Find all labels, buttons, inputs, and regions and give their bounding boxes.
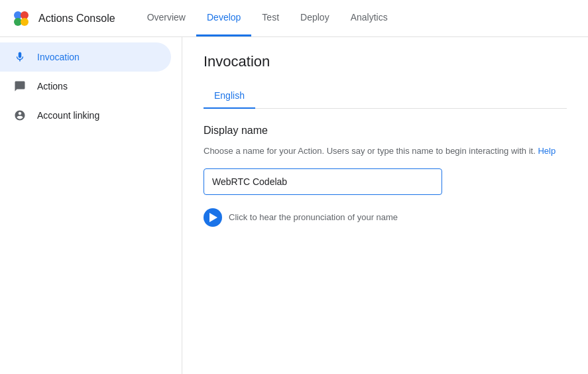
section-desc-text: Choose a name for your Action. Users say…	[204, 146, 536, 156]
play-pronunciation-row: Click to hear the pronunciation of your …	[204, 208, 567, 227]
sidebar-item-account-linking[interactable]: Account linking	[0, 101, 171, 130]
google-assistant-logo	[11, 8, 32, 29]
sidebar: Invocation Actions Account linking	[0, 37, 182, 374]
play-icon	[209, 213, 217, 222]
help-link[interactable]: Help	[538, 146, 556, 156]
tab-overview[interactable]: Overview	[137, 0, 196, 36]
language-tabs: English	[204, 84, 567, 109]
sidebar-item-actions[interactable]: Actions	[0, 72, 171, 101]
main-content: Invocation English Display name Choose a…	[182, 37, 588, 374]
play-pronunciation-label: Click to hear the pronunciation of your …	[229, 212, 398, 222]
display-name-input[interactable]	[204, 168, 442, 195]
svg-point-3	[21, 18, 29, 26]
brand: Actions Console	[11, 8, 115, 29]
play-pronunciation-button[interactable]	[204, 208, 222, 227]
tab-english[interactable]: English	[204, 84, 255, 109]
tab-analytics[interactable]: Analytics	[340, 0, 398, 36]
layout: Invocation Actions Account linking Invoc…	[0, 37, 588, 374]
sidebar-account-linking-label: Account linking	[37, 110, 99, 121]
mic-icon	[13, 50, 27, 64]
tab-develop[interactable]: Develop	[196, 0, 251, 36]
brand-label: Actions Console	[38, 13, 115, 25]
page-title: Invocation	[204, 53, 567, 70]
sidebar-actions-label: Actions	[37, 81, 68, 92]
sidebar-invocation-label: Invocation	[37, 52, 80, 62]
section-description: Choose a name for your Action. Users say…	[204, 145, 567, 158]
sidebar-item-invocation[interactable]: Invocation	[0, 42, 171, 72]
display-name-title: Display name	[204, 125, 567, 137]
chat-icon	[13, 80, 27, 93]
top-nav: Actions Console Overview Develop Test De…	[0, 0, 588, 37]
nav-tabs: Overview Develop Test Deploy Analytics	[137, 0, 398, 36]
tab-deploy[interactable]: Deploy	[290, 0, 340, 36]
tab-test[interactable]: Test	[251, 0, 290, 36]
person-circle-icon	[13, 109, 27, 122]
